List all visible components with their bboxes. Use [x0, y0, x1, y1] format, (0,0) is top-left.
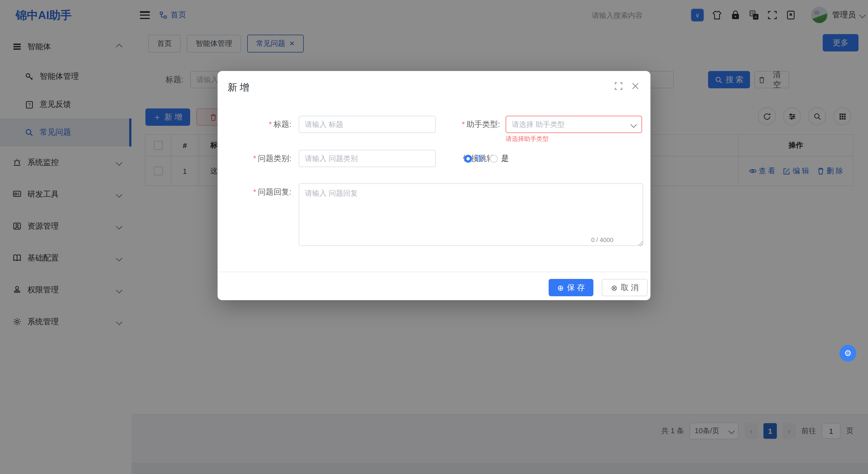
field-label-title: *标题:	[218, 120, 291, 130]
close-icon[interactable]	[631, 82, 639, 90]
app-root: 锦中AI助手 智能体 智能体管理 ? 意见反馈 常见问题 系统监控	[0, 0, 868, 474]
radio-selected-icon	[464, 155, 472, 162]
x-circle-icon: ⊗	[611, 283, 617, 292]
field-label-category: *问题类别:	[218, 154, 291, 164]
chevron-down-icon	[630, 121, 637, 128]
settings-fab[interactable]: ⚙	[839, 345, 856, 362]
category-input[interactable]	[299, 150, 436, 167]
title-input[interactable]	[299, 116, 436, 133]
field-label-assistant-type: *助手类型:	[426, 120, 500, 130]
radio-no[interactable]: 否	[464, 154, 483, 164]
maximize-icon[interactable]	[615, 82, 622, 90]
add-dialog: 新 增 *标题: *助手类型: 请选择 助手类型 请选择助手类型 *问题类别: …	[218, 71, 650, 300]
assistant-type-error: 请选择助手类型	[505, 135, 549, 143]
plus-circle-icon: ⊕	[557, 283, 563, 292]
char-counter: 0 / 4000	[591, 236, 614, 243]
gear-icon: ⚙	[844, 348, 852, 358]
link-jump-radios: 否 是	[464, 150, 509, 167]
dialog-tools	[615, 82, 639, 90]
assistant-type-select[interactable]: 请选择 助手类型	[505, 116, 642, 133]
save-button[interactable]: ⊕ 保 存	[549, 279, 593, 296]
dialog-footer-divider	[218, 272, 650, 272]
field-label-reply: *问题回复:	[218, 187, 291, 197]
radio-yes[interactable]: 是	[490, 154, 509, 164]
radio-unselected-icon	[490, 155, 498, 162]
resize-handle[interactable]	[638, 241, 643, 246]
cancel-button[interactable]: ⊗ 取 消	[602, 279, 648, 296]
dialog-title: 新 增	[228, 81, 249, 94]
